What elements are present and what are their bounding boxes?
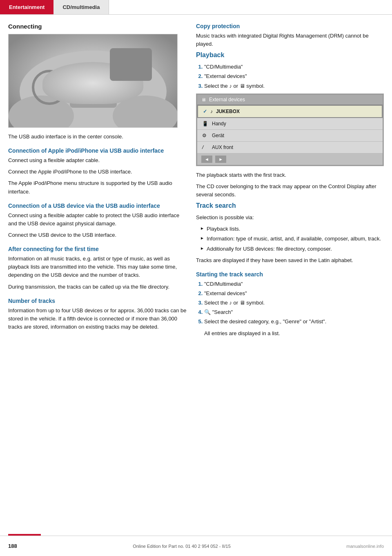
apple-p1: Connect using a flexible adapter cable. — [8, 156, 188, 165]
heading-playback: Playback — [196, 51, 384, 59]
screen-icon: 🖥 — [201, 97, 206, 102]
track-search-intro: Selection is possible via: — [196, 214, 384, 222]
heading-copy-protection: Copy protection — [196, 23, 384, 29]
gerat-icon: ⚙ — [202, 133, 209, 138]
gerat-label: Gerät — [212, 133, 224, 138]
playback-item-3: Select the ♪ or 🖥 symbol. — [204, 82, 384, 90]
screen-item-jukebox[interactable]: ✓ ♪ JUKEBOX — [197, 105, 383, 118]
svg-point-6 — [102, 89, 111, 98]
starting-list: "CD/Multimedia" "External devices" Selec… — [196, 280, 384, 326]
tab-cd-multimedia[interactable]: CD/multimedia — [53, 0, 109, 14]
starting-item-1: "CD/Multimedia" — [204, 280, 384, 288]
track-search-note: Tracks are displayed if they have been s… — [196, 256, 384, 265]
screen-item-aux[interactable]: / AUX front — [197, 142, 383, 153]
car-interior-svg — [9, 34, 178, 128]
screen-item-gerat[interactable]: ⚙ Gerät — [197, 130, 383, 142]
track-bullet-1: Playback lists. — [201, 225, 384, 233]
usb-p2: Connect the USB device to the USB interf… — [8, 231, 188, 239]
starting-item-2: "External devices" — [204, 289, 384, 298]
music-note-icon-item: ♪ — [210, 109, 213, 114]
car-interior-image — [8, 34, 178, 128]
starting-item-5: Select the desired category, e.g., "Genr… — [204, 318, 384, 326]
music-note-icon: ♪ — [229, 83, 232, 89]
first-time-p2: During transmission, the tracks can be c… — [8, 283, 188, 291]
playback-note2: The CD cover belonging to the track may … — [196, 182, 384, 199]
heading-track-search: Track search — [196, 202, 384, 209]
screen-nav-left[interactable]: ◄ — [201, 156, 212, 163]
starting-note: All entries are displayed in a list. — [196, 329, 384, 338]
playback-item-2: "External devices" — [204, 72, 384, 80]
svg-point-4 — [79, 89, 89, 98]
aux-label: AUX front — [212, 145, 233, 150]
svg-rect-7 — [78, 100, 94, 103]
search-icon: 🔍 — [204, 309, 211, 315]
playback-item-1: "CD/Multimedia" — [204, 63, 384, 71]
img-caption: The USB audio interface is in the center… — [8, 133, 188, 141]
right-column: Copy protection Music tracks with integr… — [196, 23, 384, 341]
copy-p1: Music tracks with integrated Digital Rig… — [196, 32, 384, 48]
footer-right-text: manualsonline.info — [346, 544, 384, 549]
footer: 188 Online Edition for Part no. 01 40 2 … — [0, 536, 392, 556]
main-content: Connecting — [0, 15, 392, 365]
screen-nav-right[interactable]: ► — [215, 156, 226, 163]
device-icon-2: 🖥 — [240, 300, 245, 306]
aux-icon: / — [202, 145, 209, 150]
screen-image: 🖥 External devices ✓ ♪ JUKEBOX 📱 Handy ⚙ — [196, 93, 384, 166]
usb-p1: Connect using a flexible adapter cable t… — [8, 211, 188, 228]
device-icon: 🖥 — [240, 83, 245, 89]
starting-item-3: Select the ♪ or 🖥 symbol. — [204, 299, 384, 307]
svg-rect-3 — [74, 71, 113, 96]
svg-rect-2 — [70, 67, 117, 108]
screen-item-handy[interactable]: 📱 Handy — [197, 118, 383, 130]
handy-icon: 📱 — [202, 121, 209, 127]
footer-center-text: Online Edition for Part no. 01 40 2 954 … — [133, 544, 231, 549]
heading-connecting: Connecting — [8, 23, 188, 30]
track-bullet-2: Information: type of music, artist, and,… — [201, 235, 384, 243]
apple-p2: Connect the Apple iPod/iPhone to the USB… — [8, 168, 188, 176]
first-time-p1: Information on all music tracks, e.g. ar… — [8, 255, 188, 279]
footer-bar — [8, 534, 41, 536]
heading-first-time: After connecting for the first time — [8, 246, 188, 252]
heading-number-tracks: Number of tracks — [8, 298, 188, 304]
starting-item-4: 🔍 "Search" — [204, 308, 384, 316]
svg-point-5 — [93, 93, 100, 100]
apple-p3: The Apple iPod/iPhone menu structure is … — [8, 179, 188, 196]
playback-note1: The playback starts with the first track… — [196, 171, 384, 179]
car-image-graphic — [9, 34, 177, 127]
track-bullet-3: Additionally for USB devices: file direc… — [201, 245, 384, 253]
playback-list: "CD/Multimedia" "External devices" Selec… — [196, 63, 384, 90]
screen-title: External devices — [209, 97, 245, 102]
tab-entertainment[interactable]: Entertainment — [0, 0, 53, 14]
handy-label: Handy — [212, 121, 226, 127]
left-column: Connecting — [8, 23, 188, 341]
header: Entertainment CD/multimedia — [0, 0, 392, 15]
heading-usb-connection: Connection of a USB device via the USB a… — [8, 202, 188, 209]
track-search-bullets: Playback lists. Information: type of mus… — [196, 225, 384, 253]
screen-titlebar: 🖥 External devices — [197, 95, 383, 105]
number-tracks-p1: Information from up to four USB devices … — [8, 307, 188, 331]
heading-starting-search: Starting the track search — [196, 271, 384, 278]
checkmark-icon: ✓ — [203, 109, 207, 114]
jukebox-label: JUKEBOX — [216, 109, 240, 114]
svg-point-11 — [43, 81, 56, 93]
music-note-icon-2: ♪ — [229, 300, 232, 306]
heading-apple-connection: Connection of Apple iPod/iPhone via USB … — [8, 147, 188, 154]
screen-nav: ◄ ► — [197, 153, 383, 165]
page-number: 188 — [8, 543, 17, 549]
screen-box: 🖥 External devices ✓ ♪ JUKEBOX 📱 Handy ⚙ — [196, 94, 383, 166]
